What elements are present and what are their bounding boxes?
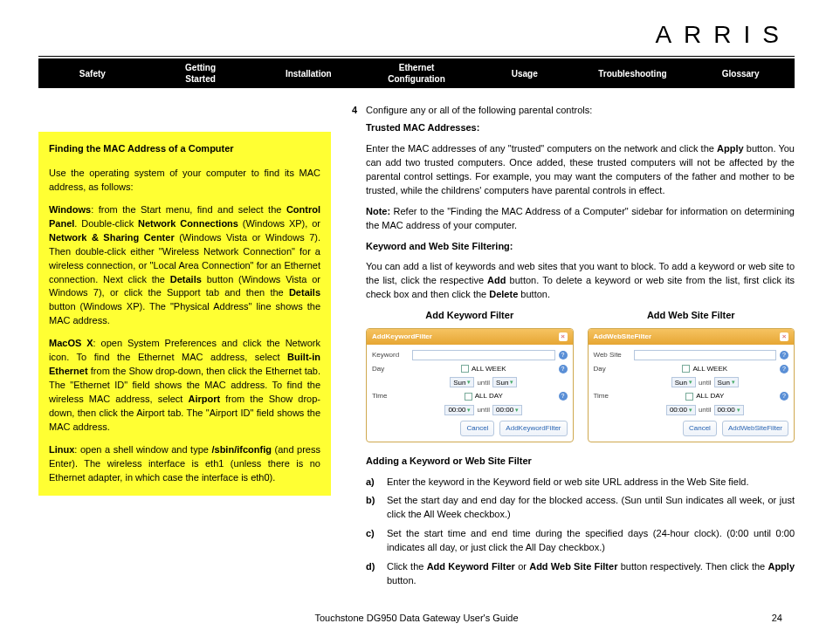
- select-day-start[interactable]: Sun: [671, 377, 696, 387]
- list-marker-c: c): [366, 527, 380, 555]
- step-number: 4: [347, 104, 357, 118]
- tma-note: Note: Refer to the "Finding the MAC Addr…: [366, 205, 795, 233]
- sidebar-title: Finding the MAC Address of a Computer: [49, 142, 320, 156]
- dialog-kw-title: AddKeywordFilter: [372, 332, 432, 342]
- help-icon[interactable]: ?: [559, 351, 568, 360]
- label-allweek: ALL WEEK: [692, 364, 727, 374]
- nav-bar: Safety GettingStarted Installation Ether…: [38, 58, 795, 88]
- list-item-c: Set the start time and end time during t…: [387, 527, 795, 555]
- label-time: Time: [594, 391, 630, 401]
- sidebar-mac-address: Finding the MAC Address of a Computer Us…: [38, 132, 331, 496]
- sidebar-intro: Use the operating system of your compute…: [49, 167, 320, 195]
- tma-paragraph: Enter the MAC addresses of any "trusted"…: [366, 142, 795, 198]
- label-allday: ALL DAY: [696, 391, 724, 401]
- list-item-d: Click the Add Keyword Filter or Add Web …: [387, 560, 795, 588]
- help-icon[interactable]: ?: [780, 351, 788, 360]
- select-time-end[interactable]: 00:00: [714, 405, 744, 415]
- label-day: Day: [594, 364, 630, 374]
- page-footer: Touchstone DG950 Data Gateway User's Gui…: [38, 613, 795, 623]
- label-allday: ALL DAY: [475, 391, 503, 401]
- tma-title: Trusted MAC Addresses:: [366, 121, 795, 135]
- caption-website-filter: Add Web Site Filter: [588, 309, 795, 323]
- add-filter-title: Adding a Keyword or Web Site Filter: [366, 455, 795, 469]
- list-marker-d: d): [366, 560, 380, 588]
- dialog-add-keyword: AddKeywordFilter × Keyword ? Day: [366, 328, 574, 442]
- checkbox-allday[interactable]: [685, 393, 693, 401]
- select-day-start[interactable]: Sun: [450, 377, 474, 387]
- select-time-start[interactable]: 00:00: [666, 405, 696, 415]
- list-marker-b: b): [366, 494, 380, 522]
- input-website[interactable]: [634, 350, 777, 360]
- label-allweek: ALL WEEK: [472, 364, 506, 374]
- help-icon[interactable]: ?: [559, 392, 568, 401]
- main-content: 4 Configure any or all of the following …: [347, 104, 795, 593]
- dialog-add-website: AddWebSiteFilter × Web Site ? Day: [588, 328, 795, 442]
- label-keyword: Keyword: [372, 350, 409, 360]
- select-day-end[interactable]: Sun: [714, 377, 739, 387]
- label-until: until: [477, 405, 490, 415]
- help-icon[interactable]: ?: [780, 365, 788, 373]
- list-marker-a: a): [366, 476, 380, 490]
- list-item-a: Enter the keyword in the Keyword field o…: [387, 476, 795, 490]
- label-day: Day: [372, 364, 409, 374]
- select-day-end[interactable]: Sun: [492, 377, 517, 387]
- help-icon[interactable]: ?: [780, 392, 788, 401]
- caption-keyword-filter: Add Keyword Filter: [366, 309, 574, 323]
- page-number: 24: [772, 613, 782, 623]
- nav-usage[interactable]: Usage: [471, 68, 579, 79]
- brand-logo: ARRIS: [38, 21, 795, 49]
- nav-glossary[interactable]: Glossary: [686, 68, 795, 79]
- checkbox-allday[interactable]: [465, 393, 472, 401]
- cancel-button[interactable]: Cancel: [683, 421, 717, 436]
- divider-top: [38, 56, 795, 57]
- checkbox-allweek[interactable]: [461, 365, 469, 373]
- label-website: Web Site: [594, 350, 630, 360]
- checkbox-allweek[interactable]: [682, 365, 690, 373]
- label-until: until: [477, 378, 490, 388]
- nav-getting-started[interactable]: GettingStarted: [147, 62, 255, 85]
- label-until: until: [699, 405, 712, 415]
- select-time-start[interactable]: 00:00: [444, 405, 474, 415]
- nav-safety[interactable]: Safety: [38, 68, 147, 79]
- list-item-b: Set the start day and end day for the bl…: [387, 494, 795, 522]
- help-icon[interactable]: ?: [559, 365, 568, 373]
- sidebar-macos: MacOS X: open System Preferences and cli…: [49, 337, 320, 435]
- footer-title: Touchstone DG950 Data Gateway User's Gui…: [314, 613, 518, 623]
- close-icon[interactable]: ×: [780, 332, 788, 341]
- kw-title: Keyword and Web Site Filtering:: [366, 240, 795, 254]
- cancel-button[interactable]: Cancel: [460, 421, 494, 436]
- kw-paragraph: You can add a list of keywords and web s…: [366, 260, 795, 302]
- label-until: until: [699, 378, 712, 388]
- label-time: Time: [372, 391, 409, 401]
- close-icon[interactable]: ×: [559, 332, 568, 341]
- dialog-ws-title: AddWebSiteFilter: [594, 332, 652, 342]
- select-time-end[interactable]: 00:00: [492, 405, 522, 415]
- sidebar-linux: Linux: open a shell window and type /sbi…: [49, 443, 320, 485]
- nav-ethernet-config[interactable]: EthernetConfiguration: [362, 62, 471, 85]
- nav-installation[interactable]: Installation: [254, 68, 362, 79]
- step-text: Configure any or all of the following pa…: [366, 104, 795, 118]
- sidebar-windows: Windows: from the Start menu, find and s…: [49, 203, 320, 328]
- add-keyword-filter-button[interactable]: AddKeywordFilter: [499, 421, 567, 436]
- nav-troubleshooting[interactable]: Troubleshooting: [579, 68, 687, 79]
- input-keyword[interactable]: [412, 350, 555, 360]
- add-website-filter-button[interactable]: AddWebSiteFilter: [722, 421, 788, 436]
